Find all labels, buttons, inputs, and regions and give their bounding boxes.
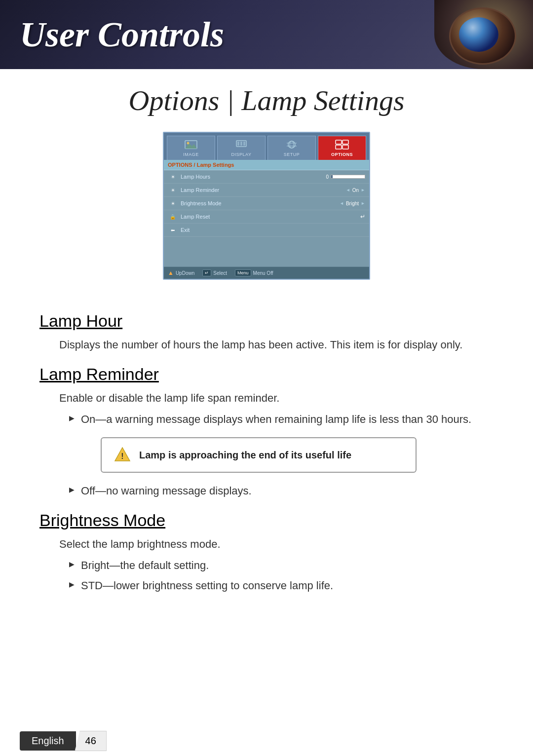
lamp-reminder-description: Enable or disable the lamp life span rem… — [59, 390, 494, 406]
tab-image[interactable]: IMAGE — [167, 136, 215, 160]
menu-content: OPTIONS / Lamp Settings ☀ Lamp Hours 0 ☀ — [164, 160, 369, 266]
lamp-reminder-value-text: On — [352, 188, 359, 193]
brightness-mode-body: Select the lamp brightness mode. Bright—… — [39, 536, 494, 594]
exit-icon: ⬅ — [168, 226, 178, 234]
select-control: ↵ Select — [202, 269, 227, 276]
warning-triangle-icon: ! — [114, 446, 131, 464]
menu-item-lamp-reminder-label: Lamp Reminder — [181, 187, 346, 193]
svg-marker-1 — [185, 144, 197, 149]
warning-message: Lamp is approaching the end of its usefu… — [139, 448, 351, 462]
menu-tab-bar: IMAGE DISPLAY — [164, 133, 369, 160]
menu-item-lamp-reset-label: Lamp Reset — [181, 214, 360, 220]
setup-icon — [270, 139, 313, 150]
brightness-value-text: Bright — [346, 201, 359, 206]
warning-box: ! Lamp is approaching the end of its use… — [101, 437, 417, 473]
updown-arrow-icon: ▲ — [168, 269, 174, 276]
menu-screenshot: IMAGE DISPLAY — [0, 132, 533, 280]
tab-image-label: IMAGE — [183, 152, 199, 157]
footer-page-number: 46 — [75, 731, 107, 751]
menu-item-lamp-hours-value: 0 — [326, 174, 365, 180]
tab-options-label: OPTIONS — [331, 152, 353, 157]
select-label: Select — [213, 270, 227, 276]
footer: English 46 — [0, 726, 533, 756]
menu-off-control: Menu Menu Off — [235, 269, 273, 276]
svg-point-7 — [288, 141, 295, 148]
lamp-reset-icon: 🔒 — [168, 213, 178, 221]
menu-spacer — [164, 237, 369, 266]
tab-display-label: DISPLAY — [231, 152, 252, 157]
menu-item-brightness-mode[interactable]: ☀ Brightness Mode ◄ Bright ► — [164, 197, 369, 210]
updown-label: UpDown — [176, 270, 194, 276]
menu-section-header: OPTIONS / Lamp Settings — [164, 160, 369, 170]
menu-item-lamp-reset[interactable]: 🔒 Lamp Reset ↵ — [164, 210, 369, 224]
lamp-hour-body: Displays the number of hours the lamp ha… — [39, 337, 494, 353]
brightness-left-arrow: ◄ — [340, 201, 344, 206]
svg-point-10 — [290, 141, 294, 148]
menu-item-exit-label: Exit — [181, 227, 365, 233]
brightness-mode-icon: ☀ — [168, 199, 178, 207]
menu-item-brightness-mode-label: Brightness Mode — [181, 200, 340, 206]
tab-setup-label: SETUP — [284, 152, 300, 157]
brightness-right-arrow: ► — [361, 201, 365, 206]
brightness-mode-description: Select the lamp brightness mode. — [59, 536, 494, 552]
menu-item-lamp-hours-label: Lamp Hours — [181, 174, 326, 180]
menu-bottom-bar: ▲ UpDown ↵ Select Menu Menu Off — [164, 266, 369, 279]
lamp-reminder-right-arrow: ► — [361, 188, 365, 192]
brightness-mode-bullets: Bright—the default setting. STD—lower br… — [59, 557, 494, 594]
menu-item-exit[interactable]: ⬅ Exit — [164, 224, 369, 237]
brightness-bullet-std: STD—lower brightness setting to conserve… — [69, 577, 494, 594]
svg-text:!: ! — [121, 452, 123, 460]
svg-rect-4 — [237, 142, 239, 146]
lamp-hours-bar — [331, 175, 365, 179]
brightness-bullet-bright: Bright—the default setting. — [69, 557, 494, 573]
lamp-hour-description: Displays the number of hours the lamp ha… — [59, 337, 494, 353]
image-icon — [169, 139, 213, 150]
display-icon — [220, 139, 263, 150]
svg-rect-13 — [336, 145, 342, 149]
lamp-hour-heading: Lamp Hour — [39, 311, 494, 331]
options-icon — [320, 139, 364, 150]
lamp-hours-icon: ☀ — [168, 173, 178, 181]
lamp-reminder-bullet-on: On—a warning message displays when remai… — [69, 411, 494, 473]
svg-rect-5 — [240, 142, 242, 146]
page-title-area: Options | Lamp Settings — [0, 69, 533, 127]
tab-options[interactable]: OPTIONS — [318, 136, 366, 160]
menu-item-lamp-reset-value: ↵ — [360, 213, 365, 220]
lamp-reminder-heading: Lamp Reminder — [39, 365, 494, 384]
svg-rect-14 — [343, 145, 348, 149]
menu-item-lamp-reminder-value: ◄ On ► — [346, 188, 365, 193]
menu-off-label: Menu Off — [253, 270, 273, 276]
brightness-mode-heading: Brightness Mode — [39, 511, 494, 530]
lamp-hours-bar-fill — [331, 175, 333, 178]
lamp-hours-bar-container — [331, 175, 365, 179]
svg-rect-11 — [336, 140, 342, 144]
svg-point-2 — [187, 142, 190, 145]
updown-control: ▲ UpDown — [168, 269, 194, 276]
header-title: User Controls — [20, 14, 224, 55]
menu-item-brightness-mode-value: ◄ Bright ► — [340, 201, 365, 206]
menu-item-lamp-reminder[interactable]: ☀ Lamp Reminder ◄ On ► — [164, 184, 369, 197]
svg-rect-12 — [343, 140, 348, 144]
menu-key: Menu — [235, 269, 251, 276]
menu-box: IMAGE DISPLAY — [163, 132, 370, 280]
footer-language: English — [20, 731, 76, 751]
tab-display[interactable]: DISPLAY — [217, 136, 266, 160]
lamp-reminder-bullets: On—a warning message displays when remai… — [59, 411, 494, 499]
svg-rect-6 — [243, 142, 245, 146]
lamp-reminder-icon: ☀ — [168, 186, 178, 194]
lamp-reminder-left-arrow: ◄ — [346, 188, 350, 192]
menu-item-lamp-hours[interactable]: ☀ Lamp Hours 0 — [164, 170, 369, 184]
lamp-reset-enter-icon: ↵ — [360, 213, 365, 220]
header: User Controls — [0, 0, 533, 69]
tab-setup[interactable]: SETUP — [267, 136, 316, 160]
lamp-reminder-bullet-off: Off—no warning message displays. — [69, 483, 494, 499]
header-lens-decoration — [434, 0, 533, 69]
page-title: Options | Lamp Settings — [0, 84, 533, 117]
select-key-icon: ↵ — [202, 269, 211, 276]
main-content: Lamp Hour Displays the number of hours t… — [0, 295, 533, 627]
lamp-reminder-body: Enable or disable the lamp life span rem… — [39, 390, 494, 499]
